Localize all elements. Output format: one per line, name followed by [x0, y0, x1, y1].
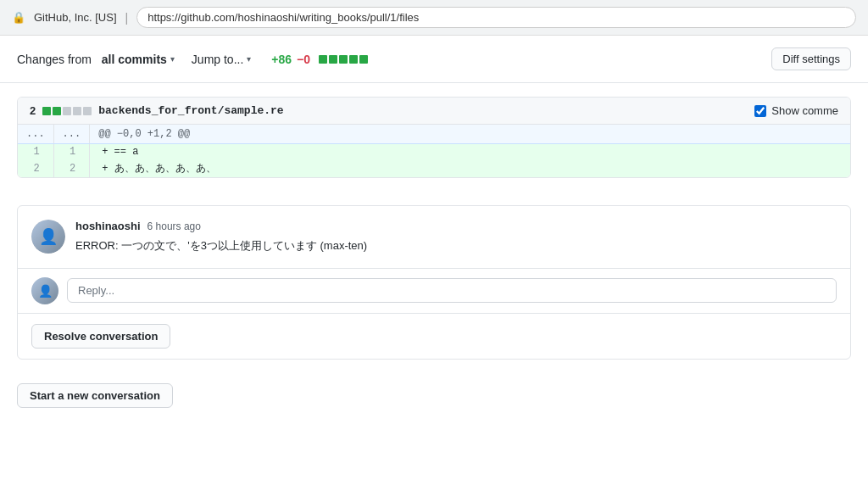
- deletions-count: −0: [297, 53, 310, 66]
- line-num-2: 2: [18, 159, 53, 177]
- additions-count: +86: [271, 53, 292, 66]
- reply-avatar: 👤: [31, 277, 58, 304]
- line-num-2b: 2: [53, 159, 90, 177]
- diff-line-2: 2 2 + あ、あ、あ、あ、あ、: [18, 159, 850, 177]
- comment-meta: hoshinaoshi 6 hours ago: [75, 220, 837, 232]
- start-new-conversation-button[interactable]: Start a new conversation: [17, 383, 173, 408]
- file-block-3: [63, 107, 71, 115]
- diff-file: 2 backends_for_front/sample.re Show comm…: [17, 97, 851, 178]
- page-content: Changes from all commits ▾ Jump to... ▾ …: [0, 36, 868, 425]
- reply-input[interactable]: Reply...: [67, 278, 837, 303]
- resolve-conversation-button[interactable]: Resolve conversation: [31, 324, 170, 349]
- commits-dropdown[interactable]: Changes from all commits ▾: [17, 53, 175, 66]
- file-name: backends_for_front/sample.re: [98, 104, 283, 117]
- jump-to-label: Jump to...: [192, 53, 243, 66]
- show-comments-label[interactable]: Show comme: [754, 104, 838, 117]
- line-num-1b: 1: [53, 144, 90, 160]
- commits-dropdown-arrow: ▾: [170, 54, 175, 64]
- comment-section: 👤 hoshinaoshi 6 hours ago ERROR: 一つの文で、'…: [17, 205, 851, 360]
- avatar: 👤: [31, 220, 65, 254]
- file-color-blocks: [42, 107, 92, 115]
- resolve-area: Resolve conversation: [18, 314, 850, 359]
- diff-table: ... ... @@ −0,0 +1,2 @@ 1 1 + == a 2 2 +…: [18, 125, 850, 177]
- file-block-1: [42, 107, 51, 115]
- stat-block-1: [319, 55, 327, 64]
- file-block-4: [73, 107, 81, 115]
- all-commits-label: all commits: [102, 53, 167, 66]
- comment-item: 👤 hoshinaoshi 6 hours ago ERROR: 一つの文で、'…: [18, 206, 850, 269]
- stat-block-2: [329, 55, 337, 64]
- stat-block-4: [349, 55, 358, 64]
- show-comments-checkbox[interactable]: [754, 105, 766, 117]
- file-count: 2: [30, 104, 36, 117]
- hunk-header-row: ... ... @@ −0,0 +1,2 @@: [18, 125, 850, 144]
- url-separator: |: [125, 11, 129, 25]
- avatar-image: 👤: [31, 220, 65, 254]
- jump-to-arrow: ▾: [247, 54, 251, 64]
- stat-blocks: [319, 55, 368, 64]
- url-bar[interactable]: https://github.com/hoshinaoshi/writing_b…: [136, 7, 856, 28]
- hunk-header-content: @@ −0,0 +1,2 @@: [90, 125, 850, 144]
- jump-to-dropdown[interactable]: Jump to... ▾: [192, 53, 251, 66]
- reply-area: 👤 Reply...: [18, 269, 850, 314]
- diff-file-header: 2 backends_for_front/sample.re Show comm…: [18, 98, 850, 125]
- diff-toolbar: Changes from all commits ▾ Jump to... ▾ …: [0, 36, 868, 83]
- file-block-5: [83, 107, 92, 115]
- changes-from-label: Changes from: [17, 53, 92, 66]
- lock-icon: 🔒: [12, 11, 25, 24]
- diff-line-1: 1 1 + == a: [18, 144, 850, 160]
- comment-body: hoshinaoshi 6 hours ago ERROR: 一つの文で、'を3…: [75, 220, 837, 254]
- comment-author: hoshinaoshi: [75, 220, 141, 232]
- hunk-ellipsis-left: ...: [18, 125, 53, 144]
- hunk-ellipsis-right: ...: [53, 125, 90, 144]
- line-content-2: + あ、あ、あ、あ、あ、: [90, 159, 850, 177]
- stat-block-3: [339, 55, 348, 64]
- comment-text: ERROR: 一つの文で、'を3つ以上使用しています (max-ten): [75, 237, 837, 254]
- new-conversation-area: Start a new conversation: [0, 373, 868, 425]
- show-comments-text: Show comme: [771, 104, 838, 117]
- diff-container: 2 backends_for_front/sample.re Show comm…: [0, 83, 868, 205]
- browser-chrome: 🔒 GitHub, Inc. [US] | https://github.com…: [0, 0, 868, 36]
- file-block-2: [53, 107, 61, 115]
- line-num-1: 1: [18, 144, 53, 160]
- line-content-1: + == a: [90, 144, 850, 160]
- diff-stats: +86 −0: [271, 53, 368, 66]
- comment-time: 6 hours ago: [147, 220, 201, 232]
- stat-block-5: [359, 55, 368, 64]
- browser-title: GitHub, Inc. [US]: [34, 11, 117, 24]
- diff-settings-button[interactable]: Diff settings: [771, 47, 851, 70]
